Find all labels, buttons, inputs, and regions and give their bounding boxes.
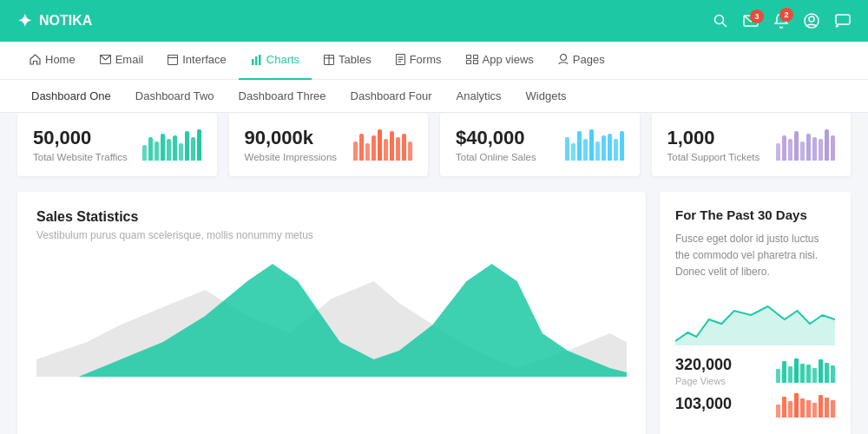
sales-stats-title: Sales Statistics: [36, 209, 627, 225]
nav-charts[interactable]: Charts: [239, 42, 312, 80]
subnav-dashboard-two[interactable]: Dashboard Two: [125, 80, 225, 113]
pages-icon: [558, 54, 569, 65]
stat-value: 90,000k: [245, 127, 338, 149]
bar: [191, 137, 195, 161]
primary-nav: Home Email Interface Charts Tables Forms: [0, 42, 868, 80]
bar: [396, 137, 400, 161]
subnav-dashboard-one[interactable]: Dashboard One: [21, 80, 122, 113]
bar: [408, 141, 412, 161]
bar: [800, 141, 805, 161]
bar: [819, 139, 823, 161]
subnav-widgets[interactable]: Widgets: [516, 80, 577, 113]
bar: [359, 134, 364, 161]
subnav-dashboard-four[interactable]: Dashboard Four: [340, 80, 443, 113]
bar: [788, 139, 792, 161]
right-stat-row-1: 320,000 Page Views: [675, 356, 835, 386]
svg-rect-5: [836, 15, 850, 24]
mini-bar: [788, 401, 792, 418]
header: ✦ NOTIKA 3 2: [0, 0, 868, 42]
stat-card-2: $40,000 Total Online Sales: [440, 113, 640, 176]
nav-appviews[interactable]: App views: [454, 42, 546, 80]
mini-bar: [819, 395, 823, 418]
logo-icon: ✦: [17, 10, 32, 31]
bar: [812, 137, 817, 161]
bar: [365, 143, 370, 161]
bar: [595, 141, 600, 161]
nav-interface[interactable]: Interface: [155, 42, 239, 80]
stat-label: Total Website Traffics: [33, 152, 128, 162]
stat-card-3: 1,000 Total Support Tickets: [652, 113, 852, 176]
svg-point-4: [809, 16, 814, 22]
right-mini-bars-1: [776, 358, 835, 383]
right-panel-title: For The Past 30 Days: [675, 207, 835, 222]
right-panel-text: Fusce eget dolor id justo luctus the com…: [675, 231, 835, 281]
bell-icon[interactable]: 2: [774, 13, 788, 29]
mail-badge: 3: [750, 10, 764, 23]
mail-icon[interactable]: 3: [743, 15, 759, 27]
header-actions: 3 2: [713, 13, 851, 29]
right-stat-row-2: 103,000: [675, 393, 835, 418]
mini-bar: [788, 366, 792, 383]
stat-label: Total Online Sales: [456, 152, 536, 162]
bar: [197, 129, 201, 161]
stat-info: 50,000 Total Website Traffics: [33, 127, 128, 162]
stat-card-1: 90,000k Website Impressions: [229, 113, 429, 176]
nav-email[interactable]: Email: [88, 42, 156, 80]
stat-label: Website Impressions: [245, 152, 338, 162]
content-area: Sales Statistics Vestibulum purus quam s…: [0, 192, 868, 434]
bar: [402, 134, 406, 161]
bar: [142, 145, 147, 161]
mini-bar: [825, 363, 829, 383]
mini-bar: [831, 400, 835, 418]
mini-bar: [776, 404, 780, 418]
svg-rect-21: [466, 61, 470, 64]
appviews-icon: [466, 55, 478, 64]
bar: [620, 131, 624, 161]
svg-line-1: [723, 23, 727, 27]
secondary-nav: Dashboard One Dashboard Two Dashboard Th…: [0, 80, 868, 113]
comment-icon[interactable]: [835, 14, 851, 28]
bar: [782, 135, 786, 161]
bar: [167, 139, 171, 161]
stat-chart: [353, 129, 412, 161]
stat-chart: [776, 129, 835, 161]
mini-bar: [782, 361, 786, 383]
subnav-analytics[interactable]: Analytics: [446, 80, 512, 113]
stats-row: 50,000 Total Website Traffics 90,000k We…: [0, 113, 868, 176]
mini-bar: [800, 398, 805, 418]
subnav-dashboard-three[interactable]: Dashboard Three: [228, 80, 337, 113]
svg-rect-20: [473, 56, 477, 59]
nav-home[interactable]: Home: [17, 42, 88, 80]
nav-tables[interactable]: Tables: [312, 42, 384, 80]
mini-bar: [794, 393, 799, 418]
bar: [372, 135, 376, 161]
stat-info: $40,000 Total Online Sales: [456, 127, 536, 162]
forms-icon: [396, 54, 405, 65]
svg-point-23: [560, 55, 566, 61]
mini-bar: [812, 403, 817, 418]
search-icon[interactable]: [713, 14, 727, 28]
logo-text: NOTIKA: [39, 13, 92, 29]
tables-icon: [324, 55, 334, 65]
bar: [565, 137, 569, 161]
stat-value: $40,000: [456, 127, 536, 149]
bar: [776, 143, 780, 161]
svg-rect-7: [168, 55, 178, 64]
mini-bar: [825, 398, 829, 418]
stat-info: 1,000 Total Support Tickets: [667, 127, 760, 162]
mini-bar: [794, 358, 799, 383]
right-stat-value-2: 103,000: [675, 395, 732, 413]
nav-forms[interactable]: Forms: [384, 42, 454, 80]
right-stat-value-1: 320,000: [675, 356, 732, 374]
svg-rect-19: [466, 56, 470, 59]
bar: [155, 141, 159, 161]
bar: [614, 139, 618, 161]
bar: [577, 131, 582, 161]
bar: [806, 134, 811, 161]
nav-pages[interactable]: Pages: [546, 42, 617, 80]
interface-icon: [168, 55, 178, 65]
mini-bar: [806, 365, 811, 383]
mini-chart-area: [675, 293, 835, 345]
user-circle-icon[interactable]: [804, 13, 819, 29]
bar: [583, 139, 588, 161]
